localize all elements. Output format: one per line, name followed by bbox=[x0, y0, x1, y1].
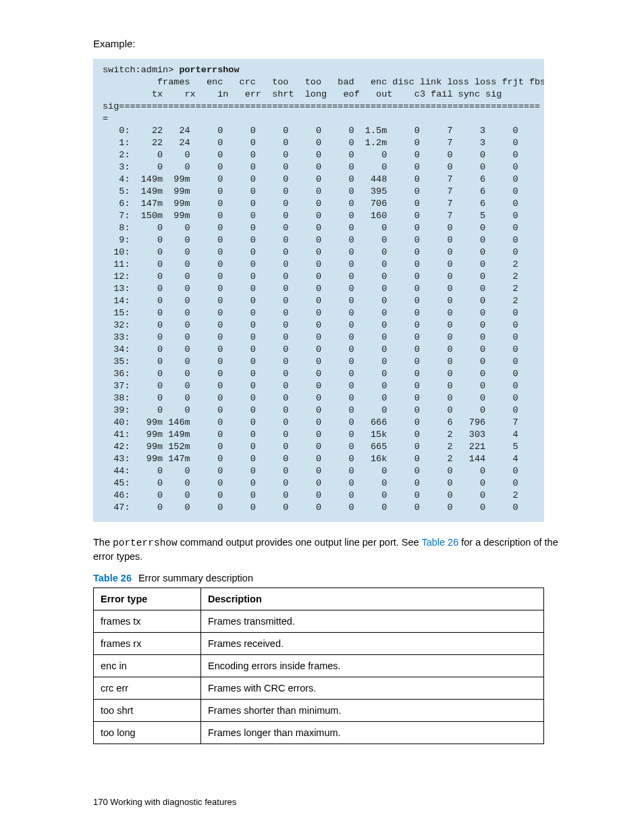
cell-description: Frames received. bbox=[201, 633, 544, 655]
cell-description: Encoding errors inside frames. bbox=[201, 655, 544, 677]
cell-description: Frames with CRC errors. bbox=[201, 677, 544, 700]
table-header-row: Error type Description bbox=[94, 588, 544, 610]
cell-description: Frames shorter than minimum. bbox=[201, 700, 544, 722]
error-table: Error type Description frames txFrames t… bbox=[93, 588, 544, 744]
paragraph-cmd: porterrshow bbox=[113, 538, 178, 548]
page-footer: 170 Working with diagnostic features bbox=[93, 797, 236, 807]
example-label: Example: bbox=[93, 38, 563, 49]
table-row: too longFrames longer than maximum. bbox=[94, 722, 544, 744]
table-row: frames rxFrames received. bbox=[94, 633, 544, 655]
paragraph-mid: command output provides one output line … bbox=[178, 537, 422, 548]
cell-error-type: too shrt bbox=[94, 700, 201, 722]
paragraph: The porterrshow command output provides … bbox=[93, 536, 563, 563]
th-description: Description bbox=[201, 588, 544, 610]
cell-description: Frames longer than maximum. bbox=[201, 722, 544, 744]
code-block: switch:admin> porterrshow frames enc crc… bbox=[93, 59, 544, 522]
table-row: too shrtFrames shorter than minimum. bbox=[94, 700, 544, 722]
cell-error-type: crc err bbox=[94, 677, 201, 700]
cell-error-type: frames tx bbox=[94, 610, 201, 633]
table-number: Table 26 bbox=[93, 573, 132, 583]
table-link[interactable]: Table 26 bbox=[421, 537, 458, 548]
table-caption: Table 26Error summary description bbox=[93, 573, 563, 583]
th-error-type: Error type bbox=[94, 588, 201, 610]
cell-error-type: enc in bbox=[94, 655, 201, 677]
table-row: enc inEncoding errors inside frames. bbox=[94, 655, 544, 677]
cell-error-type: too long bbox=[94, 722, 201, 744]
table-title: Error summary description bbox=[138, 573, 253, 583]
cell-error-type: frames rx bbox=[94, 633, 201, 655]
table-row: crc errFrames with CRC errors. bbox=[94, 677, 544, 700]
cell-description: Frames transmitted. bbox=[201, 610, 544, 633]
table-row: frames txFrames transmitted. bbox=[94, 610, 544, 633]
paragraph-pre: The bbox=[93, 537, 113, 548]
